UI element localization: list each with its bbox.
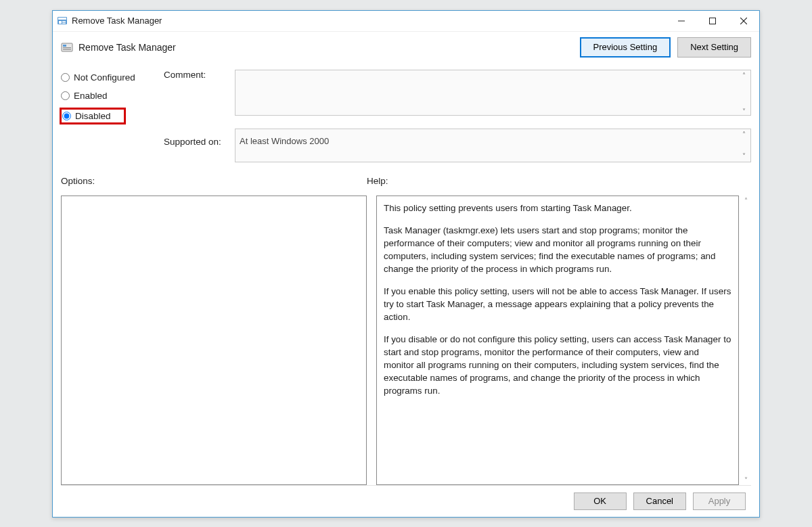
minimize-button[interactable] <box>666 11 697 31</box>
radio-disabled[interactable]: Disabled <box>61 109 125 123</box>
policy-editor-window: Remove Task Manager Remove Task Manager … <box>52 10 760 518</box>
app-icon <box>57 16 68 26</box>
help-section-label: Help: <box>367 176 751 186</box>
svg-rect-10 <box>63 45 66 47</box>
supported-scroll-up-icon[interactable]: ˄ <box>738 130 750 139</box>
comment-scroll-up-icon[interactable]: ˄ <box>738 71 750 81</box>
svg-rect-1 <box>58 18 66 20</box>
radio-not-configured-input[interactable] <box>61 73 70 82</box>
comment-scroll-down-icon[interactable]: ˅ <box>738 107 750 116</box>
ok-button[interactable]: OK <box>574 492 627 510</box>
comment-label: Comment: <box>164 70 228 80</box>
svg-rect-3 <box>62 21 66 22</box>
radio-enabled-label: Enabled <box>74 91 108 101</box>
svg-rect-6 <box>710 18 716 24</box>
svg-rect-11 <box>63 47 71 48</box>
radio-disabled-label: Disabled <box>75 111 111 121</box>
help-scrollbar[interactable]: ˄ ˅ <box>739 196 751 485</box>
policy-name: Remove Task Manager <box>78 42 176 53</box>
help-paragraph: Task Manager (taskmgr.exe) lets users st… <box>384 224 731 275</box>
policy-icon <box>61 41 73 53</box>
radio-enabled-input[interactable] <box>61 91 70 100</box>
svg-rect-4 <box>62 22 66 24</box>
radio-disabled-input[interactable] <box>62 112 71 120</box>
state-radio-group: Not Configured Enabled Disabled <box>61 70 149 162</box>
help-paragraph: If you enable this policy setting, users… <box>384 285 731 323</box>
radio-enabled[interactable]: Enabled <box>61 91 149 101</box>
close-button[interactable] <box>728 11 759 31</box>
supported-label: Supported on: <box>164 129 228 147</box>
title-bar: Remove Task Manager <box>53 11 759 32</box>
radio-not-configured[interactable]: Not Configured <box>61 72 149 83</box>
previous-setting-button[interactable]: Previous Setting <box>580 37 671 58</box>
cancel-button[interactable]: Cancel <box>633 492 686 510</box>
dialog-footer: OK Cancel Apply <box>61 485 751 517</box>
comment-textarea[interactable] <box>235 70 751 116</box>
help-scroll-down-icon[interactable]: ˅ <box>740 476 751 484</box>
supported-on-box: At least Windows 2000 <box>235 129 751 162</box>
help-paragraph: If you disable or do not configure this … <box>384 333 731 397</box>
svg-rect-2 <box>59 21 62 24</box>
radio-not-configured-label: Not Configured <box>74 72 135 83</box>
window-title: Remove Task Manager <box>72 16 666 26</box>
maximize-button[interactable] <box>697 11 728 31</box>
supported-on-value: At least Windows 2000 <box>240 136 329 146</box>
help-pane: This policy setting prevents users from … <box>376 196 739 485</box>
header-row: Remove Task Manager Previous Setting Nex… <box>61 37 751 58</box>
apply-button[interactable]: Apply <box>693 492 746 510</box>
options-pane <box>61 196 367 485</box>
help-scroll-up-icon[interactable]: ˄ <box>740 197 751 204</box>
svg-rect-12 <box>63 49 71 49</box>
help-paragraph: This policy setting prevents users from … <box>384 202 731 214</box>
options-section-label: Options: <box>61 176 367 186</box>
next-setting-button[interactable]: Next Setting <box>677 37 751 58</box>
supported-scroll-down-icon[interactable]: ˅ <box>738 152 750 161</box>
